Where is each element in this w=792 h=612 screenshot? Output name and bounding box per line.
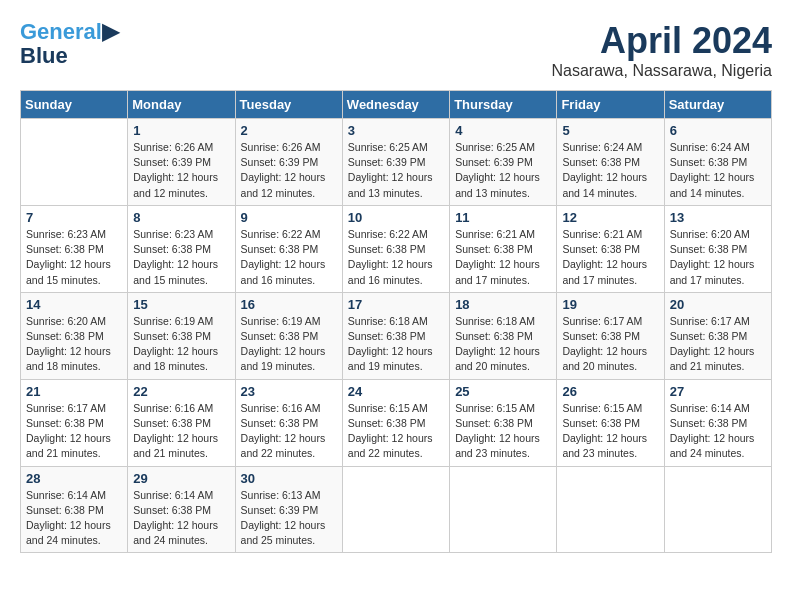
day-info: Sunrise: 6:24 AM Sunset: 6:38 PM Dayligh… (670, 140, 766, 201)
day-info: Sunrise: 6:26 AM Sunset: 6:39 PM Dayligh… (133, 140, 229, 201)
day-info: Sunrise: 6:13 AM Sunset: 6:39 PM Dayligh… (241, 488, 337, 549)
day-cell: 10Sunrise: 6:22 AM Sunset: 6:38 PM Dayli… (342, 205, 449, 292)
week-row-4: 21Sunrise: 6:17 AM Sunset: 6:38 PM Dayli… (21, 379, 772, 466)
day-number: 13 (670, 210, 766, 225)
day-cell: 16Sunrise: 6:19 AM Sunset: 6:38 PM Dayli… (235, 292, 342, 379)
day-cell: 2Sunrise: 6:26 AM Sunset: 6:39 PM Daylig… (235, 119, 342, 206)
day-cell: 21Sunrise: 6:17 AM Sunset: 6:38 PM Dayli… (21, 379, 128, 466)
day-number: 17 (348, 297, 444, 312)
day-number: 4 (455, 123, 551, 138)
day-cell: 11Sunrise: 6:21 AM Sunset: 6:38 PM Dayli… (450, 205, 557, 292)
day-cell (664, 466, 771, 553)
day-number: 15 (133, 297, 229, 312)
day-info: Sunrise: 6:23 AM Sunset: 6:38 PM Dayligh… (133, 227, 229, 288)
day-cell: 1Sunrise: 6:26 AM Sunset: 6:39 PM Daylig… (128, 119, 235, 206)
day-number: 24 (348, 384, 444, 399)
title-area: April 2024 Nasarawa, Nassarawa, Nigeria (551, 20, 772, 80)
day-info: Sunrise: 6:25 AM Sunset: 6:39 PM Dayligh… (455, 140, 551, 201)
day-cell: 5Sunrise: 6:24 AM Sunset: 6:38 PM Daylig… (557, 119, 664, 206)
day-number: 20 (670, 297, 766, 312)
day-cell: 4Sunrise: 6:25 AM Sunset: 6:39 PM Daylig… (450, 119, 557, 206)
day-info: Sunrise: 6:16 AM Sunset: 6:38 PM Dayligh… (241, 401, 337, 462)
day-cell: 8Sunrise: 6:23 AM Sunset: 6:38 PM Daylig… (128, 205, 235, 292)
day-number: 16 (241, 297, 337, 312)
day-info: Sunrise: 6:26 AM Sunset: 6:39 PM Dayligh… (241, 140, 337, 201)
day-cell (557, 466, 664, 553)
weekday-header-sunday: Sunday (21, 91, 128, 119)
day-number: 23 (241, 384, 337, 399)
day-number: 27 (670, 384, 766, 399)
month-title: April 2024 (551, 20, 772, 62)
day-number: 30 (241, 471, 337, 486)
day-cell: 26Sunrise: 6:15 AM Sunset: 6:38 PM Dayli… (557, 379, 664, 466)
day-number: 26 (562, 384, 658, 399)
day-cell: 3Sunrise: 6:25 AM Sunset: 6:39 PM Daylig… (342, 119, 449, 206)
day-info: Sunrise: 6:22 AM Sunset: 6:38 PM Dayligh… (348, 227, 444, 288)
logo: General▶Blue (20, 20, 119, 68)
day-info: Sunrise: 6:15 AM Sunset: 6:38 PM Dayligh… (348, 401, 444, 462)
week-row-2: 7Sunrise: 6:23 AM Sunset: 6:38 PM Daylig… (21, 205, 772, 292)
location-subtitle: Nasarawa, Nassarawa, Nigeria (551, 62, 772, 80)
day-cell: 9Sunrise: 6:22 AM Sunset: 6:38 PM Daylig… (235, 205, 342, 292)
day-number: 5 (562, 123, 658, 138)
day-number: 9 (241, 210, 337, 225)
day-info: Sunrise: 6:15 AM Sunset: 6:38 PM Dayligh… (455, 401, 551, 462)
day-cell: 22Sunrise: 6:16 AM Sunset: 6:38 PM Dayli… (128, 379, 235, 466)
weekday-header-friday: Friday (557, 91, 664, 119)
day-cell: 7Sunrise: 6:23 AM Sunset: 6:38 PM Daylig… (21, 205, 128, 292)
day-info: Sunrise: 6:24 AM Sunset: 6:38 PM Dayligh… (562, 140, 658, 201)
weekday-header-monday: Monday (128, 91, 235, 119)
day-number: 18 (455, 297, 551, 312)
day-info: Sunrise: 6:21 AM Sunset: 6:38 PM Dayligh… (562, 227, 658, 288)
page-header: General▶Blue April 2024 Nasarawa, Nassar… (20, 20, 772, 80)
day-info: Sunrise: 6:17 AM Sunset: 6:38 PM Dayligh… (670, 314, 766, 375)
day-cell: 19Sunrise: 6:17 AM Sunset: 6:38 PM Dayli… (557, 292, 664, 379)
day-info: Sunrise: 6:15 AM Sunset: 6:38 PM Dayligh… (562, 401, 658, 462)
day-cell: 30Sunrise: 6:13 AM Sunset: 6:39 PM Dayli… (235, 466, 342, 553)
weekday-header-thursday: Thursday (450, 91, 557, 119)
day-cell: 15Sunrise: 6:19 AM Sunset: 6:38 PM Dayli… (128, 292, 235, 379)
day-info: Sunrise: 6:19 AM Sunset: 6:38 PM Dayligh… (133, 314, 229, 375)
day-number: 8 (133, 210, 229, 225)
day-number: 21 (26, 384, 122, 399)
week-row-5: 28Sunrise: 6:14 AM Sunset: 6:38 PM Dayli… (21, 466, 772, 553)
day-number: 1 (133, 123, 229, 138)
day-cell: 14Sunrise: 6:20 AM Sunset: 6:38 PM Dayli… (21, 292, 128, 379)
weekday-header-row: SundayMondayTuesdayWednesdayThursdayFrid… (21, 91, 772, 119)
weekday-header-saturday: Saturday (664, 91, 771, 119)
day-info: Sunrise: 6:17 AM Sunset: 6:38 PM Dayligh… (26, 401, 122, 462)
day-cell: 13Sunrise: 6:20 AM Sunset: 6:38 PM Dayli… (664, 205, 771, 292)
day-info: Sunrise: 6:14 AM Sunset: 6:38 PM Dayligh… (26, 488, 122, 549)
day-cell (342, 466, 449, 553)
day-info: Sunrise: 6:20 AM Sunset: 6:38 PM Dayligh… (26, 314, 122, 375)
day-number: 25 (455, 384, 551, 399)
day-number: 29 (133, 471, 229, 486)
day-number: 3 (348, 123, 444, 138)
day-info: Sunrise: 6:14 AM Sunset: 6:38 PM Dayligh… (133, 488, 229, 549)
day-cell: 20Sunrise: 6:17 AM Sunset: 6:38 PM Dayli… (664, 292, 771, 379)
day-number: 19 (562, 297, 658, 312)
day-cell: 12Sunrise: 6:21 AM Sunset: 6:38 PM Dayli… (557, 205, 664, 292)
week-row-3: 14Sunrise: 6:20 AM Sunset: 6:38 PM Dayli… (21, 292, 772, 379)
day-info: Sunrise: 6:20 AM Sunset: 6:38 PM Dayligh… (670, 227, 766, 288)
day-info: Sunrise: 6:14 AM Sunset: 6:38 PM Dayligh… (670, 401, 766, 462)
day-info: Sunrise: 6:25 AM Sunset: 6:39 PM Dayligh… (348, 140, 444, 201)
day-cell: 27Sunrise: 6:14 AM Sunset: 6:38 PM Dayli… (664, 379, 771, 466)
day-cell: 24Sunrise: 6:15 AM Sunset: 6:38 PM Dayli… (342, 379, 449, 466)
day-info: Sunrise: 6:18 AM Sunset: 6:38 PM Dayligh… (455, 314, 551, 375)
day-number: 7 (26, 210, 122, 225)
day-cell: 18Sunrise: 6:18 AM Sunset: 6:38 PM Dayli… (450, 292, 557, 379)
day-cell: 29Sunrise: 6:14 AM Sunset: 6:38 PM Dayli… (128, 466, 235, 553)
day-number: 12 (562, 210, 658, 225)
day-info: Sunrise: 6:18 AM Sunset: 6:38 PM Dayligh… (348, 314, 444, 375)
week-row-1: 1Sunrise: 6:26 AM Sunset: 6:39 PM Daylig… (21, 119, 772, 206)
day-info: Sunrise: 6:23 AM Sunset: 6:38 PM Dayligh… (26, 227, 122, 288)
weekday-header-tuesday: Tuesday (235, 91, 342, 119)
day-cell (21, 119, 128, 206)
day-cell: 25Sunrise: 6:15 AM Sunset: 6:38 PM Dayli… (450, 379, 557, 466)
day-cell: 6Sunrise: 6:24 AM Sunset: 6:38 PM Daylig… (664, 119, 771, 206)
calendar-table: SundayMondayTuesdayWednesdayThursdayFrid… (20, 90, 772, 553)
day-cell: 17Sunrise: 6:18 AM Sunset: 6:38 PM Dayli… (342, 292, 449, 379)
day-number: 28 (26, 471, 122, 486)
day-info: Sunrise: 6:19 AM Sunset: 6:38 PM Dayligh… (241, 314, 337, 375)
